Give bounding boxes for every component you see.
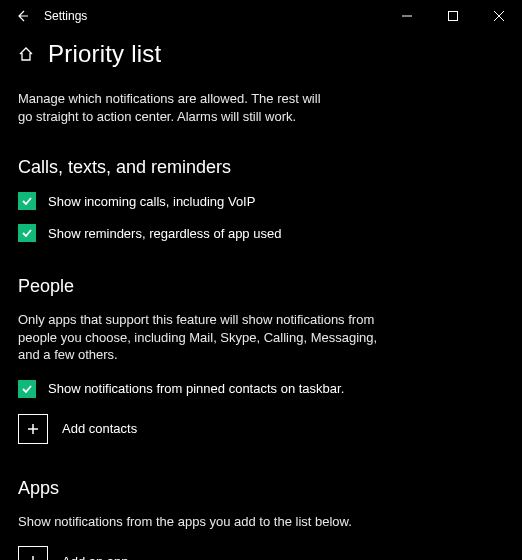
section-heading-apps: Apps [18, 478, 504, 499]
section-description-apps: Show notifications from the apps you add… [18, 513, 378, 531]
home-button[interactable] [18, 46, 36, 62]
titlebar: Settings [0, 0, 522, 32]
checkbox-label: Show reminders, regardless of app used [48, 226, 281, 241]
close-icon [494, 11, 504, 21]
checkbox-incoming-calls[interactable]: Show incoming calls, including VoIP [18, 192, 504, 210]
minimize-button[interactable] [384, 0, 430, 32]
arrow-left-icon [15, 9, 29, 23]
checkbox-label: Show notifications from pinned contacts … [48, 381, 344, 396]
svg-rect-1 [449, 12, 458, 21]
checkbox-label: Show incoming calls, including VoIP [48, 194, 255, 209]
checkbox-pinned-contacts[interactable]: Show notifications from pinned contacts … [18, 380, 504, 398]
checkmark-icon [18, 224, 36, 242]
close-button[interactable] [476, 0, 522, 32]
back-button[interactable] [10, 9, 34, 23]
maximize-button[interactable] [430, 0, 476, 32]
window-title: Settings [44, 9, 87, 23]
maximize-icon [448, 11, 458, 21]
add-label: Add contacts [62, 421, 137, 436]
section-heading-people: People [18, 276, 504, 297]
checkmark-icon [18, 380, 36, 398]
checkmark-icon [18, 192, 36, 210]
minimize-icon [402, 11, 412, 21]
page-header: Priority list [18, 40, 504, 68]
plus-icon [18, 414, 48, 444]
checkbox-reminders[interactable]: Show reminders, regardless of app used [18, 224, 504, 242]
section-description-people: Only apps that support this feature will… [18, 311, 378, 364]
add-contacts-button[interactable]: Add contacts [18, 414, 504, 444]
add-app-button[interactable]: Add an app [18, 546, 504, 560]
home-icon [18, 46, 34, 62]
page-title: Priority list [48, 40, 161, 68]
page-description: Manage which notifications are allowed. … [18, 90, 338, 125]
add-label: Add an app [62, 554, 129, 560]
section-heading-calls: Calls, texts, and reminders [18, 157, 504, 178]
plus-icon [18, 546, 48, 560]
